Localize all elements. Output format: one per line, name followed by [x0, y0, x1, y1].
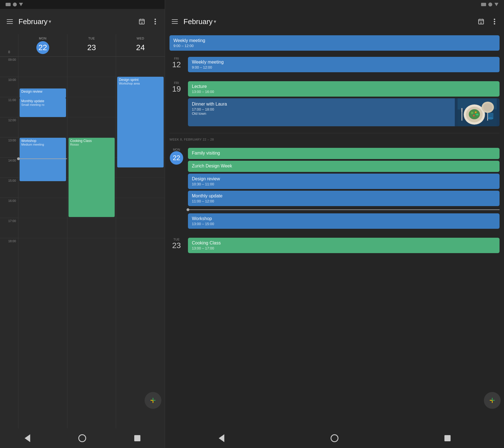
bottom-nav-right: [165, 428, 504, 448]
hamburger-menu-right[interactable]: [169, 17, 180, 26]
more-menu-btn-left[interactable]: [150, 17, 160, 27]
event-weekly-meeting-bar[interactable]: Weekly meeting 9:00 – 12:00: [169, 35, 500, 51]
calendar-today-btn-right[interactable]: 22: [476, 17, 486, 27]
agenda-scroll[interactable]: Weekly meeting 9:00 – 12:00 FRI 12 Weekl…: [165, 34, 504, 428]
day-header-tue[interactable]: TUE 23: [67, 34, 116, 56]
status-icon-right-2: [488, 3, 492, 6]
day-info-fri-12: FRI 12: [169, 57, 183, 69]
fab-plus-icon-left: +: [150, 395, 156, 406]
recents-btn-right[interactable]: [441, 432, 454, 444]
agenda-day-fri-12: FRI 12 Weekly meeting 9:00 – 12:00: [169, 52, 500, 77]
time-dot-left: [17, 157, 20, 160]
status-icon-right-3: [494, 3, 498, 6]
day-number-mon-22: 22: [170, 151, 183, 165]
day-number-fri-12: 12: [172, 60, 181, 69]
time-slot-17: 17:00: [0, 218, 18, 238]
day-column-wed: Design sprint Workshop area: [116, 57, 165, 428]
fab-right[interactable]: +: [484, 392, 501, 409]
svg-text:22: 22: [480, 22, 482, 24]
time-slot-09: 09:00: [0, 57, 18, 77]
svg-point-24: [476, 114, 479, 115]
event-family-visiting[interactable]: Family visiting: [188, 148, 500, 159]
recents-icon-left: [134, 435, 140, 441]
events-fri-19: Lecture 13:00 – 16:00 Dinner with Laura …: [188, 81, 500, 129]
day-name-mon-22: MON: [173, 148, 180, 151]
day-number-wed: 24: [134, 41, 147, 54]
status-icon-left-3: [19, 3, 23, 6]
events-tue-23: Cooking Class 13:00 – 17:00: [188, 238, 500, 255]
event-zurich-design-week[interactable]: Zurich Design Week: [188, 161, 500, 172]
event-cooking-class-right[interactable]: Cooking Class 13:00 – 17:00: [188, 238, 500, 253]
event-workshop-right[interactable]: Workshop 13:00 – 15:00: [188, 213, 500, 229]
dinner-card-text: Dinner with Laura 17:00 – 18:00 Old town: [188, 98, 455, 126]
day-name-fri-19: FRI: [174, 81, 179, 85]
event-design-sprint[interactable]: Design sprint Workshop area: [117, 77, 164, 167]
svg-point-6: [155, 21, 156, 22]
svg-point-31: [483, 103, 492, 111]
day-info-fri-19: FRI 19: [169, 81, 183, 94]
time-column-left: 09:00 10:00 11:00 12:00 13:00 14:00 15:0…: [0, 57, 18, 428]
back-btn-left[interactable]: [21, 432, 34, 444]
fab-plus-icon-right: +: [489, 395, 495, 406]
time-slot-15: 15:00: [0, 178, 18, 198]
time-indicator-left: [18, 158, 67, 159]
home-btn-right[interactable]: [328, 432, 341, 444]
event-monthly-update-left[interactable]: Monthly update Small meeting ro: [20, 98, 66, 117]
event-monthly-update-right[interactable]: Monthly update 11:00 – 12:00: [188, 191, 500, 206]
back-icon-right: [219, 434, 224, 442]
day-name-tue-23: TUE: [173, 238, 180, 241]
day-header-wed[interactable]: WED 24: [116, 34, 165, 56]
day-name-mon: MON: [39, 37, 46, 40]
more-menu-btn-right[interactable]: [489, 17, 500, 27]
svg-point-23: [473, 115, 475, 116]
svg-point-21: [471, 112, 473, 114]
right-agenda-panel: February ▾ 22: [165, 0, 504, 448]
event-design-review-right[interactable]: Design review 10:30 – 11:00: [188, 174, 500, 189]
svg-point-13: [494, 19, 495, 20]
back-btn-right[interactable]: [215, 432, 228, 444]
hamburger-menu-left[interactable]: [4, 17, 15, 26]
time-slot-18: 18:00: [0, 238, 18, 258]
week-separator: WEEK 8, FEBRUARY 22 – 28: [169, 133, 500, 143]
agenda-day-fri-19: FRI 19 Lecture 13:00 – 16:00 Dinner with…: [169, 77, 500, 131]
calendar-today-btn-left[interactable]: 22: [137, 17, 147, 27]
home-btn-left[interactable]: [76, 432, 88, 444]
svg-point-5: [155, 19, 156, 20]
day-header-mon[interactable]: MON 22: [18, 34, 67, 56]
status-bar-right: [165, 0, 504, 9]
time-slot-16: 16:00: [0, 198, 18, 218]
home-icon-left: [78, 434, 86, 442]
agenda-day-tue-23: TUE 23 Cooking Class 13:00 – 17:00: [169, 233, 500, 258]
recents-btn-left[interactable]: [131, 432, 143, 444]
plate-illustration: [458, 98, 497, 126]
event-workshop-left[interactable]: Workshop Medium meeting: [20, 138, 66, 181]
status-icon-right-1: [481, 3, 486, 6]
svg-point-22: [475, 111, 477, 113]
svg-text:22: 22: [141, 22, 143, 24]
time-slot-12: 12:00: [0, 117, 18, 137]
event-weekly-meeting-fri[interactable]: Weekly meeting 9:00 – 12:00: [188, 57, 500, 72]
days-grid-left: Design review Monthly update Small meeti…: [18, 57, 165, 428]
month-title-left[interactable]: February ▾: [18, 17, 51, 26]
time-slot-14: 14:00: [0, 157, 18, 178]
week-header-left: 8 MON 22 TUE 23 WED 24: [0, 34, 165, 57]
time-line-left: [20, 158, 67, 159]
left-header-icons: 22: [137, 17, 160, 27]
day-number-tue: 23: [85, 41, 98, 54]
fab-left[interactable]: +: [145, 392, 161, 409]
right-header: February ▾ 22: [165, 9, 504, 34]
left-calendar-panel: February ▾ 22: [0, 0, 165, 448]
day-number-mon: 22: [36, 41, 49, 54]
day-name-fri-12: FRI: [174, 57, 179, 60]
time-slot-10: 10:00: [0, 77, 18, 97]
month-title-right[interactable]: February ▾: [183, 17, 216, 26]
day-number-tue-23: 23: [172, 241, 181, 250]
event-cooking-class-left[interactable]: Cooking Class Rosso: [69, 138, 115, 217]
home-icon-right: [331, 434, 338, 442]
time-slot-13: 13:00: [0, 137, 18, 157]
event-lecture[interactable]: Lecture 13:00 – 16:00: [188, 81, 500, 97]
event-design-review[interactable]: Design review: [20, 88, 66, 98]
event-dinner-laura[interactable]: Dinner with Laura 17:00 – 18:00 Old town: [188, 98, 500, 126]
month-name-left: February: [18, 17, 48, 26]
day-column-mon: Design review Monthly update Small meeti…: [18, 57, 67, 428]
